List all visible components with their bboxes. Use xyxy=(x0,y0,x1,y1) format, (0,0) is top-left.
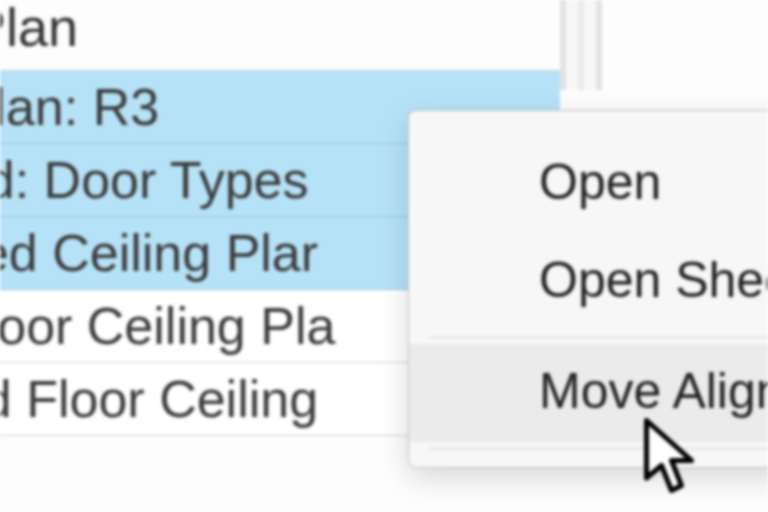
scroll-track[interactable] xyxy=(560,0,620,90)
context-menu: Open Open Shee Move Align xyxy=(408,110,768,468)
menu-item-open[interactable]: Open xyxy=(409,135,768,233)
menu-item-move-align[interactable]: Move Align xyxy=(409,344,768,442)
menu-item-open-sheet[interactable]: Open Shee xyxy=(409,233,768,331)
menu-separator xyxy=(429,337,768,338)
menu-separator xyxy=(429,448,768,449)
panel-heading: oof Plan xyxy=(0,0,560,70)
